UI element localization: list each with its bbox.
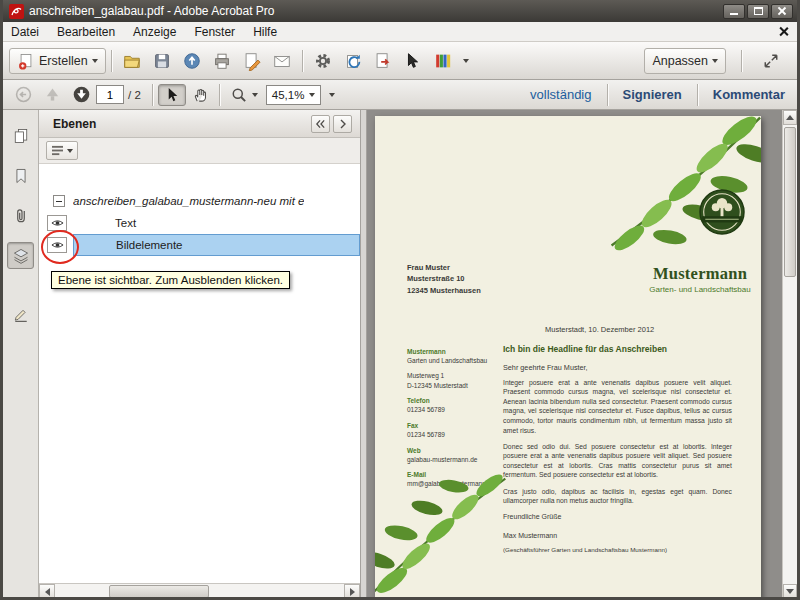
close-button[interactable]: [771, 4, 793, 19]
pages-icon: [12, 127, 30, 145]
brand-name: Mustermann: [635, 264, 761, 283]
select-object-button[interactable]: [398, 48, 428, 74]
menu-anzeige[interactable]: Anzeige: [133, 25, 176, 39]
page-down-button[interactable]: [67, 84, 96, 106]
export-page-icon: [373, 51, 393, 71]
page-thumbnails-button[interactable]: [7, 122, 34, 149]
create-button[interactable]: Erstellen: [9, 48, 106, 74]
create-icon: [17, 52, 35, 70]
panel-menu-button[interactable]: [333, 115, 352, 133]
attachments-button[interactable]: [7, 202, 34, 229]
recipient-address: Frau Muster Musterstraße 10 12345 Muster…: [407, 261, 481, 296]
previous-view-button[interactable]: [9, 84, 38, 106]
zoom-level-control[interactable]: 45,1%: [266, 85, 322, 105]
pdf-page[interactable]: Mustermann Garten- und Landschaftsbau Fr…: [375, 116, 761, 599]
document-view[interactable]: Mustermann Garten- und Landschaftsbau Fr…: [367, 110, 797, 599]
share-upload-icon: [182, 51, 202, 71]
menu-datei[interactable]: Datei: [11, 25, 39, 39]
document-vertical-scrollbar[interactable]: [782, 110, 797, 599]
layers-panel-header: Ebenen: [39, 110, 360, 138]
page-number-input[interactable]: [96, 85, 124, 104]
task-signieren[interactable]: Signieren: [623, 87, 682, 102]
layers-panel-button[interactable]: [7, 242, 34, 269]
floppy-icon: [152, 51, 172, 71]
share-button[interactable]: [177, 48, 207, 74]
menu-fenster[interactable]: Fenster: [194, 25, 235, 39]
collapse-panel-button[interactable]: [311, 115, 330, 133]
signatures-button[interactable]: [7, 300, 34, 327]
email-button[interactable]: [267, 48, 297, 74]
chevron-down-icon: [309, 93, 315, 97]
edit-button[interactable]: [237, 48, 267, 74]
scrollbar-thumb[interactable]: [109, 585, 209, 598]
zoom-value: 45,1%: [272, 89, 305, 101]
printer-icon: [212, 51, 232, 71]
scroll-down-arrow[interactable]: [783, 584, 797, 599]
fullscreen-toggle-button[interactable]: [757, 48, 785, 74]
separator: [152, 84, 153, 106]
visibility-toggle-text[interactable]: [47, 215, 67, 231]
settings-button[interactable]: [308, 48, 338, 74]
rotate-pages-button[interactable]: [338, 48, 368, 74]
info-block: Telefon 01234 56789: [407, 396, 497, 414]
layer-label: Text: [115, 217, 136, 229]
arrow-down-icon: [72, 85, 91, 104]
chevron-down-icon: [712, 59, 718, 63]
layer-label-wrap: Text: [73, 212, 360, 234]
minimize-button[interactable]: [723, 4, 745, 19]
output-preview-button[interactable]: [428, 48, 458, 74]
maximize-button[interactable]: [747, 4, 769, 19]
closing: Freundliche Grüße: [503, 512, 732, 520]
chevron-down-icon: [252, 93, 258, 97]
close-document-icon[interactable]: [778, 26, 789, 37]
toolbar-overflow-button[interactable]: [458, 48, 474, 74]
menu-hilfe[interactable]: Hilfe: [253, 25, 277, 39]
paragraph: Cras justo odio, dapibus ac facilisis in…: [503, 486, 732, 505]
bookmark-icon: [12, 167, 30, 185]
print-button[interactable]: [207, 48, 237, 74]
page-up-button[interactable]: [38, 84, 67, 106]
create-button-label: Erstellen: [39, 54, 88, 68]
acrobat-window: anschreiben_galabau.pdf - Adobe Acrobat …: [0, 0, 800, 600]
info-value: Garten und Landschaftsbau: [407, 356, 497, 365]
layers-panel: Ebenen: [39, 110, 361, 599]
close-icon: [777, 6, 787, 16]
triangle-right-icon: [350, 588, 355, 596]
layers-tree: anschreiben_galabau_mustermann-neu mit e…: [39, 164, 360, 599]
info-value: 01234 56789: [407, 430, 497, 439]
minimize-icon: [730, 13, 738, 16]
export-button[interactable]: [368, 48, 398, 74]
scroll-right-arrow[interactable]: [344, 584, 360, 599]
collapse-minus-icon[interactable]: [53, 195, 65, 207]
envelope-icon: [272, 51, 292, 71]
layer-row-bildelemente[interactable]: Bildelemente: [39, 234, 360, 256]
save-button[interactable]: [147, 48, 177, 74]
signature-role: (Geschäftsführer Garten und Landschaftsb…: [503, 546, 732, 553]
select-tool-button[interactable]: [158, 84, 186, 106]
menu-bearbeiten[interactable]: Bearbeiten: [57, 25, 115, 39]
previous-view-icon: [14, 85, 33, 104]
task-kommentar[interactable]: Kommentar: [713, 87, 785, 102]
open-button[interactable]: [117, 48, 147, 74]
scrollbar-thumb[interactable]: [784, 127, 796, 277]
scroll-up-arrow[interactable]: [783, 110, 797, 125]
menu-bar: Datei Bearbeiten Anzeige Fenster Hilfe: [3, 22, 797, 42]
double-chevron-left-icon: [315, 119, 326, 129]
layer-row-text[interactable]: Text: [39, 212, 360, 234]
chevron-right-icon: [338, 119, 348, 129]
scroll-left-arrow[interactable]: [39, 584, 55, 599]
bookmarks-button[interactable]: [7, 162, 34, 189]
hand-tool-button[interactable]: [186, 84, 214, 106]
layer-options-button[interactable]: [46, 141, 78, 160]
zoom-presets-button[interactable]: [324, 84, 340, 106]
navigation-panel-strip: [3, 110, 39, 599]
eye-icon: [51, 218, 64, 228]
chevron-down-icon: [92, 59, 98, 63]
list-options-icon: [51, 145, 64, 156]
company-logo: [699, 189, 745, 235]
task-vollstaendig[interactable]: vollständig: [530, 87, 591, 102]
marquee-zoom-button[interactable]: [225, 84, 263, 106]
layers-root-row[interactable]: anschreiben_galabau_mustermann-neu mit e: [39, 190, 360, 212]
panel-horizontal-scrollbar[interactable]: [39, 583, 360, 599]
anpassen-button[interactable]: Anpassen: [644, 48, 726, 74]
